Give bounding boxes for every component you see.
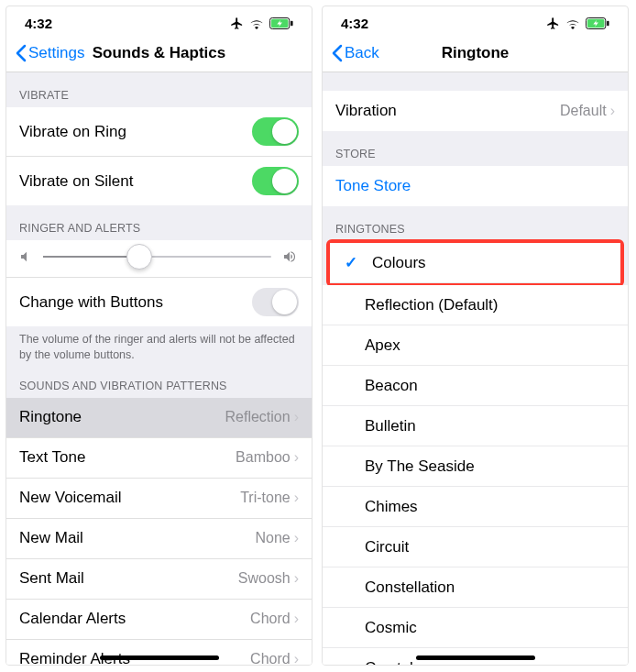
ringtone-item[interactable]: Apex — [323, 325, 628, 366]
home-indicator[interactable] — [100, 655, 219, 660]
airplane-icon — [546, 17, 560, 30]
row-calendar-alerts[interactable]: Calendar Alerts Chord› — [6, 600, 312, 640]
chevron-right-icon: › — [610, 103, 615, 119]
volume-low-icon — [19, 249, 34, 264]
row-ringtone[interactable]: Ringtone Reflection › — [6, 398, 312, 438]
row-vibrate-ring[interactable]: Vibrate on Ring — [6, 107, 312, 157]
row-value: None — [255, 530, 290, 546]
row-label: New Voicemail — [19, 489, 122, 507]
row-value: Tri-tone — [240, 490, 291, 506]
row-sent-mail[interactable]: Sent Mail Swoosh› — [6, 559, 312, 600]
footer-change-buttons: The volume of the ringer and alerts will… — [6, 326, 312, 370]
toggle-vibrate-silent[interactable] — [252, 167, 299, 195]
ringtone-item[interactable]: Circuit — [323, 527, 628, 567]
ringtone-label: Circuit — [365, 538, 409, 556]
wifi-icon — [565, 18, 580, 29]
chevron-left-icon — [332, 44, 343, 62]
chevron-right-icon: › — [294, 611, 299, 627]
row-text-tone[interactable]: Text Tone Bamboo› — [6, 438, 312, 479]
ringtone-label: Reflection (Default) — [365, 296, 499, 314]
home-indicator[interactable] — [416, 655, 535, 660]
wifi-icon — [249, 18, 264, 29]
ringtone-label: Colours — [372, 254, 426, 272]
ringtone-label: Constellation — [365, 578, 455, 597]
section-header-patterns: SOUNDS AND VIBRATION PATTERNS — [6, 370, 312, 398]
status-time: 4:32 — [25, 16, 52, 31]
chevron-right-icon: › — [294, 490, 299, 506]
volume-high-icon — [280, 249, 299, 264]
volume-slider[interactable] — [43, 256, 271, 258]
back-label: Settings — [28, 44, 84, 62]
svg-rect-2 — [291, 21, 292, 27]
toggle-change-buttons[interactable] — [252, 288, 299, 316]
ringtone-item[interactable]: Bulletin — [323, 406, 628, 446]
section-header-ringtones: RINGTONES — [323, 206, 628, 241]
status-bar: 4:32 — [323, 6, 628, 37]
checkmark-icon: ✓ — [343, 253, 359, 272]
row-label: Calendar Alerts — [19, 610, 126, 628]
chevron-right-icon: › — [294, 651, 299, 665]
row-reminder-alerts[interactable]: Reminder Alerts Chord› — [6, 640, 312, 665]
row-label: Vibrate on Silent — [19, 172, 133, 191]
row-label: Vibrate on Ring — [19, 123, 126, 141]
svg-rect-5 — [607, 21, 609, 27]
row-value: Reflection — [225, 409, 291, 425]
row-label: Vibration — [335, 102, 397, 120]
ringtone-item-selected[interactable]: ✓ Colours — [330, 243, 620, 283]
ringtone-item[interactable]: Constellation — [323, 567, 628, 608]
row-vibration[interactable]: Vibration Default› — [323, 91, 628, 131]
status-icons — [546, 17, 609, 30]
back-button[interactable]: Back — [332, 44, 379, 62]
chevron-right-icon: › — [294, 570, 299, 587]
row-tone-store[interactable]: Tone Store — [323, 166, 628, 206]
ringtone-item[interactable]: Reflection (Default) — [323, 285, 628, 325]
row-value: Chord — [250, 611, 291, 627]
row-change-buttons[interactable]: Change with Buttons — [6, 278, 312, 326]
back-button[interactable]: Settings — [16, 44, 84, 62]
row-label: Change with Buttons — [19, 293, 163, 312]
airplane-icon — [230, 17, 244, 30]
ringtone-label: Cosmic — [365, 619, 417, 637]
ringtone-label: Beacon — [365, 377, 418, 395]
phone-sounds-haptics: 4:32 Settings Sounds & Haptics VIBRATE V… — [5, 6, 313, 666]
status-time: 4:32 — [341, 16, 368, 31]
toggle-vibrate-ring[interactable] — [252, 117, 299, 146]
row-label: Text Tone — [19, 448, 85, 467]
ringtone-item[interactable]: Beacon — [323, 366, 628, 406]
ringtone-label: Crystals — [365, 659, 421, 666]
section-header-store: STORE — [323, 131, 628, 166]
page-title: Sounds & Haptics — [93, 44, 225, 62]
row-vibrate-silent[interactable]: Vibrate on Silent — [6, 157, 312, 205]
ringtone-label: By The Seaside — [365, 457, 475, 476]
row-value: Chord — [250, 651, 291, 665]
slider-thumb[interactable] — [126, 244, 152, 270]
ringtone-label: Bulletin — [365, 417, 416, 435]
battery-charging-icon — [586, 17, 609, 29]
highlight-selected-ringtone: ✓ Colours — [326, 239, 624, 287]
row-label: Sent Mail — [19, 569, 84, 588]
ringtone-item[interactable]: By The Seaside — [323, 446, 628, 487]
tone-store-link[interactable]: Tone Store — [335, 177, 411, 195]
chevron-right-icon: › — [294, 530, 299, 546]
ringtone-item[interactable]: Cosmic — [323, 608, 628, 648]
row-value: Bamboo — [236, 449, 291, 466]
ringtone-label: Apex — [365, 336, 400, 355]
row-value: Default — [560, 103, 607, 119]
row-new-mail[interactable]: New Mail None› — [6, 519, 312, 559]
nav-bar: Settings Sounds & Haptics — [6, 37, 312, 72]
chevron-right-icon: › — [294, 409, 299, 425]
content-ringtone: Vibration Default› STORE Tone Store RING… — [323, 72, 628, 665]
ringtone-label: Chimes — [365, 498, 418, 516]
page-title: Ringtone — [442, 44, 510, 62]
row-value: Swoosh — [238, 570, 291, 587]
section-header-ringer: RINGER AND ALERTS — [6, 205, 312, 240]
row-new-voicemail[interactable]: New Voicemail Tri-tone› — [6, 479, 312, 519]
row-label: Ringtone — [19, 408, 82, 426]
ringtone-item[interactable]: Chimes — [323, 487, 628, 527]
chevron-right-icon: › — [294, 449, 299, 466]
chevron-left-icon — [16, 44, 27, 62]
content-sounds: VIBRATE Vibrate on Ring Vibrate on Silen… — [6, 72, 312, 665]
battery-charging-icon — [269, 17, 293, 29]
row-label: New Mail — [19, 529, 83, 547]
section-header-vibrate: VIBRATE — [6, 72, 312, 107]
